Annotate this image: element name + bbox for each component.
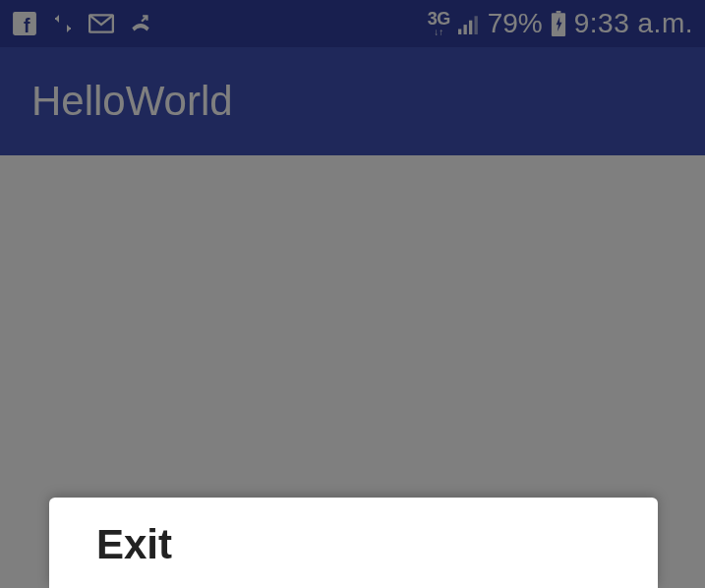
gmail-icon xyxy=(88,14,114,33)
svg-rect-7 xyxy=(463,25,466,34)
network-type-icon: 3G ↓↑ xyxy=(428,10,450,37)
status-bar-right: 3G ↓↑ 79% 9:33 a.m. xyxy=(428,8,693,39)
android-status-bar: f 3G ↓↑ 79% 9:33 a.m. xyxy=(0,0,705,47)
svg-text:f: f xyxy=(24,15,30,36)
svg-rect-8 xyxy=(469,21,472,34)
status-bar-left: f xyxy=(12,11,153,36)
network-type-label: 3G xyxy=(428,10,450,28)
svg-rect-11 xyxy=(556,11,560,13)
sync-icon xyxy=(51,12,75,35)
svg-rect-6 xyxy=(458,29,461,35)
app-title: HelloWorld xyxy=(31,78,233,125)
status-clock: 9:33 a.m. xyxy=(574,8,693,39)
battery-charging-icon xyxy=(551,11,566,36)
dialog-title: Exit xyxy=(96,521,611,568)
battery-percentage: 79% xyxy=(488,8,543,39)
exit-dialog: Exit xyxy=(49,498,658,588)
cellular-signal-icon xyxy=(458,13,480,34)
app-bar: HelloWorld xyxy=(0,47,705,155)
svg-rect-9 xyxy=(474,16,477,34)
facebook-icon: f xyxy=(12,11,37,36)
missed-call-icon xyxy=(128,13,153,34)
